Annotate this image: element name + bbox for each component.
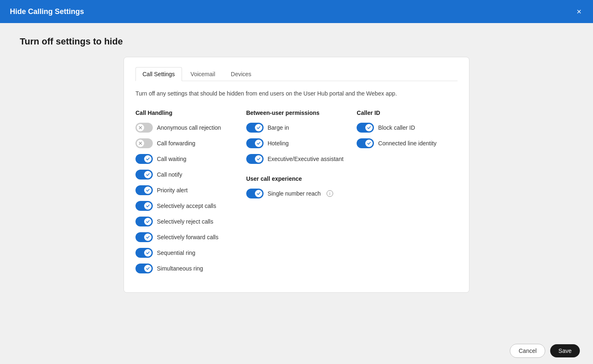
toggle-label-call-forwarding: Call forwarding <box>157 140 195 147</box>
user-call-experience-header: User call experience <box>246 175 347 182</box>
save-button[interactable]: Save <box>550 344 580 357</box>
toggle-simultaneous-ring[interactable] <box>135 264 153 273</box>
toggle-label-selectively-reject-calls: Selectively reject calls <box>157 218 213 225</box>
close-button[interactable]: × <box>575 6 583 17</box>
toggle-block-caller-id[interactable] <box>357 123 374 133</box>
toggle-row-call-waiting: Call waiting <box>135 154 236 164</box>
toggle-label-anonymous-call-rejection: Anonymous call rejection <box>157 124 221 131</box>
tab-bar: Call Settings Voicemail Devices <box>135 67 458 81</box>
main-content: Turn off settings to hide Call Settings … <box>0 23 593 364</box>
toggle-label-selectively-accept-calls: Selectively accept calls <box>157 203 216 209</box>
toggle-call-waiting[interactable] <box>135 154 153 164</box>
call-handling-column: Call Handling Anonymo <box>135 110 236 279</box>
between-user-column: Between-user permissions Barge in <box>246 110 347 279</box>
toggle-single-number-reach[interactable] <box>246 189 264 198</box>
toggle-label-single-number-reach: Single number reach <box>268 190 321 197</box>
caller-id-header: Caller ID <box>357 110 458 116</box>
user-call-experience-section: User call experience <box>246 175 347 198</box>
toggle-priority-alert[interactable] <box>135 185 153 195</box>
toggle-row-selectively-reject-calls: Selectively reject calls <box>135 217 236 226</box>
toggle-connected-line-identity[interactable] <box>357 138 374 148</box>
toggle-label-call-notify: Call notify <box>157 171 182 178</box>
toggle-row-barge-in: Barge in <box>246 123 347 133</box>
toggle-selectively-forward-calls[interactable] <box>135 232 153 242</box>
toggle-label-block-caller-id: Block caller ID <box>378 124 415 131</box>
toggle-hoteling[interactable] <box>246 138 264 148</box>
toggle-label-barge-in: Barge in <box>268 124 289 131</box>
toggle-sequential-ring[interactable] <box>135 248 153 258</box>
toggle-row-simultaneous-ring: Simultaneous ring <box>135 264 236 273</box>
toggle-row-single-number-reach: Single number reach i <box>246 189 347 198</box>
toggle-label-call-waiting: Call waiting <box>157 156 187 162</box>
dialog-footer: Cancel Save <box>0 338 593 364</box>
info-icon-single-number-reach[interactable]: i <box>327 190 333 197</box>
toggle-row-block-caller-id: Block caller ID <box>357 123 458 133</box>
toggle-selectively-accept-calls[interactable] <box>135 201 153 211</box>
toggle-row-selectively-accept-calls: Selectively accept calls <box>135 201 236 211</box>
toggle-row-selectively-forward-calls: Selectively forward calls <box>135 232 236 242</box>
page-title: Turn off settings to hide <box>20 36 573 47</box>
toggle-label-selectively-forward-calls: Selectively forward calls <box>157 234 218 240</box>
toggle-barge-in[interactable] <box>246 123 264 133</box>
tab-voicemail[interactable]: Voicemail <box>184 67 222 81</box>
toggle-anonymous-call-rejection[interactable] <box>135 123 153 133</box>
toggle-row-hoteling: Hoteling <box>246 138 347 148</box>
toggle-label-executive-assistant: Executive/Executive assistant <box>268 156 343 162</box>
toggle-call-forwarding[interactable] <box>135 138 153 148</box>
tab-devices[interactable]: Devices <box>224 67 259 81</box>
settings-columns: Call Handling Anonymo <box>135 110 458 279</box>
toggle-label-connected-line-identity: Connected line identity <box>378 140 437 147</box>
toggle-label-hoteling: Hoteling <box>268 140 289 147</box>
toggle-call-notify[interactable] <box>135 170 153 180</box>
dialog-header: Hide Calling Settings × <box>0 0 593 23</box>
toggle-row-connected-line-identity: Connected line identity <box>357 138 458 148</box>
toggle-row-sequential-ring: Sequential ring <box>135 248 236 258</box>
toggle-row-anonymous-call-rejection: Anonymous call rejection <box>135 123 236 133</box>
toggle-executive-assistant[interactable] <box>246 154 264 164</box>
caller-id-column: Caller ID Block caller ID <box>357 110 458 279</box>
toggle-selectively-reject-calls[interactable] <box>135 217 153 226</box>
toggle-row-executive-assistant: Executive/Executive assistant <box>246 154 347 164</box>
dialog-title: Hide Calling Settings <box>10 7 84 16</box>
toggle-row-priority-alert: Priority alert <box>135 185 236 195</box>
settings-card: Call Settings Voicemail Devices Turn off… <box>124 57 469 293</box>
toggle-row-call-notify: Call notify <box>135 170 236 180</box>
toggle-label-simultaneous-ring: Simultaneous ring <box>157 265 203 272</box>
cancel-button[interactable]: Cancel <box>510 344 545 358</box>
tab-call-settings[interactable]: Call Settings <box>135 67 182 81</box>
between-user-header: Between-user permissions <box>246 110 347 116</box>
toggle-label-priority-alert: Priority alert <box>157 187 188 194</box>
settings-description: Turn off any settings that should be hid… <box>135 89 458 98</box>
toggle-label-sequential-ring: Sequential ring <box>157 250 195 256</box>
toggle-row-call-forwarding: Call forwarding <box>135 138 236 148</box>
call-handling-header: Call Handling <box>135 110 236 116</box>
